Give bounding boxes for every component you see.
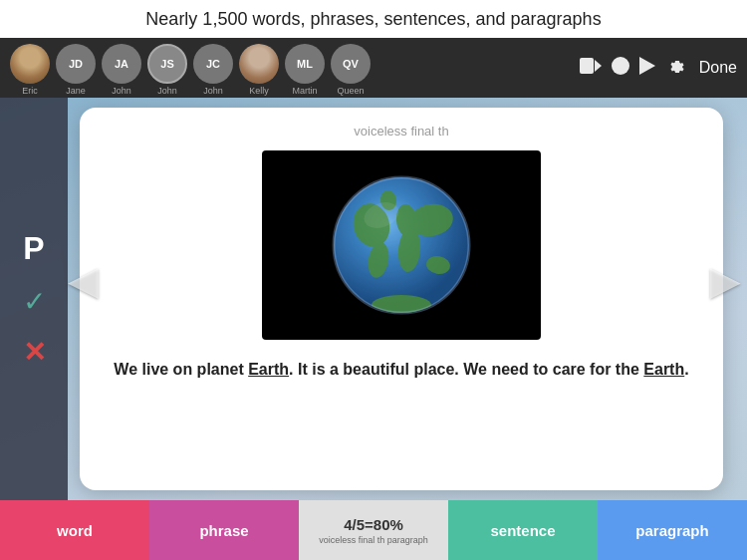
word-button[interactable]: word <box>0 500 149 560</box>
avatar-john-a-wrap: JA John <box>102 44 141 96</box>
avatar-queen-wrap: QV Queen <box>331 44 371 96</box>
avatar-jane[interactable]: JD <box>56 44 96 84</box>
kelly-photo <box>239 44 279 84</box>
avatar-martin-wrap: ML Martin <box>285 44 325 96</box>
progress-fraction: 4/5=80% <box>344 516 403 533</box>
card-subtitle: voiceless final th <box>354 124 448 139</box>
earth-svg <box>327 170 476 320</box>
nav-right-arrow[interactable]: ▶ <box>710 257 741 303</box>
paragraph-button[interactable]: paragraph <box>598 500 747 560</box>
avatars-group: Eric JD Jane JA John JS John JC John <box>10 44 572 92</box>
bottom-bar: word phrase 4/5=80% voiceless final th p… <box>0 500 747 560</box>
avatar-john-c[interactable]: JC <box>193 44 233 84</box>
progress-subtitle: voiceless final th paragraph <box>319 535 428 545</box>
record-icon[interactable] <box>612 57 629 80</box>
card-text-part1: We live on planet <box>114 361 248 378</box>
avatar-kelly[interactable] <box>239 44 279 84</box>
svg-marker-3 <box>639 57 655 75</box>
avatar-john-c-label: John <box>203 86 223 96</box>
avatar-john-s-wrap: JS John <box>147 44 187 96</box>
check-button[interactable]: ✓ <box>23 285 46 318</box>
progress-button[interactable]: 4/5=80% voiceless final th paragraph <box>299 500 448 560</box>
avatar-jane-wrap: JD Jane <box>56 44 96 96</box>
x-button[interactable]: ✕ <box>23 336 46 369</box>
card-underline2: Earth <box>643 361 684 378</box>
avatar-martin-label: Martin <box>292 86 317 96</box>
page-title: Nearly 1,500 words, phrases, sentences, … <box>145 9 601 30</box>
card-underline1: Earth <box>248 361 289 378</box>
svg-rect-0 <box>580 58 594 74</box>
avatar-kelly-label: Kelly <box>249 86 269 96</box>
mode-label: P <box>23 230 44 267</box>
avatar-eric-wrap: Eric <box>10 44 50 96</box>
settings-icon[interactable] <box>665 56 685 81</box>
eric-photo <box>10 44 50 84</box>
top-header: Nearly 1,500 words, phrases, sentences, … <box>0 0 747 38</box>
nav-left-arrow[interactable]: ◀ <box>68 257 99 303</box>
avatar-eric[interactable] <box>10 44 50 84</box>
phrase-button[interactable]: phrase <box>149 500 299 560</box>
card-text-part2: . It is a beautiful place. We need to ca… <box>289 361 643 378</box>
toolbar: Eric JD Jane JA John JS John JC John <box>0 38 747 98</box>
avatar-john-c-wrap: JC John <box>193 44 233 96</box>
avatar-john-a[interactable]: JA <box>102 44 141 84</box>
avatar-jane-label: Jane <box>66 86 86 96</box>
avatar-queen[interactable]: QV <box>331 44 371 84</box>
left-sidebar: P ✓ ✕ <box>0 98 68 500</box>
avatar-eric-label: Eric <box>22 86 38 96</box>
play-icon[interactable] <box>639 57 655 80</box>
avatar-john-a-label: John <box>112 86 131 96</box>
avatar-martin[interactable]: ML <box>285 44 325 84</box>
avatar-kelly-wrap: Kelly <box>239 44 279 96</box>
svg-point-2 <box>612 57 629 75</box>
toolbar-icons: Done <box>580 56 737 81</box>
svg-marker-1 <box>595 60 602 72</box>
card-body-text: We live on planet Earth. It is a beautif… <box>114 358 688 382</box>
sentence-button[interactable]: sentence <box>448 500 598 560</box>
video-icon[interactable] <box>580 58 602 79</box>
main-card: voiceless final th <box>80 108 723 490</box>
card-image <box>262 150 541 340</box>
card-text-part3: . <box>684 361 688 378</box>
avatar-queen-label: Queen <box>337 86 364 96</box>
avatar-john-s-label: John <box>157 86 177 96</box>
done-button[interactable]: Done <box>699 59 737 77</box>
avatar-john-s[interactable]: JS <box>147 44 187 84</box>
